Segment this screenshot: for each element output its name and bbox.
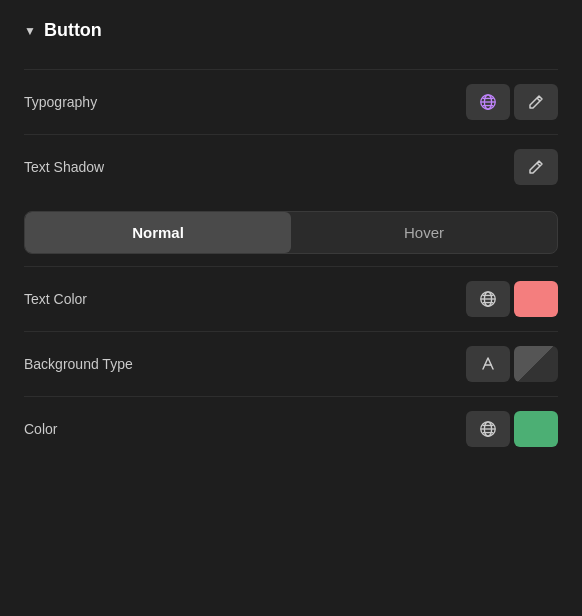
text-color-global-button[interactable]	[466, 281, 510, 317]
color-global-button[interactable]	[466, 411, 510, 447]
background-type-controls	[466, 346, 558, 382]
svg-line-5	[537, 98, 540, 101]
hover-tab[interactable]: Hover	[291, 212, 557, 253]
text-shadow-label: Text Shadow	[24, 159, 104, 175]
normal-hover-toggle: Normal Hover	[24, 211, 558, 254]
normal-hover-toggle-container: Normal Hover	[24, 199, 558, 266]
edit-icon-shadow	[528, 159, 544, 175]
globe-icon-color	[479, 420, 497, 438]
background-type-gradient-swatch[interactable]	[514, 346, 558, 382]
text-color-swatch[interactable]	[514, 281, 558, 317]
edit-icon	[528, 94, 544, 110]
section-header: ▼ Button	[24, 20, 558, 41]
paint-icon	[479, 355, 497, 373]
typography-row: Typography	[24, 69, 558, 134]
text-shadow-controls	[514, 149, 558, 185]
text-shadow-row: Text Shadow	[24, 134, 558, 199]
background-type-label: Background Type	[24, 356, 133, 372]
section-title: Button	[44, 20, 102, 41]
color-swatch[interactable]	[514, 411, 558, 447]
typography-label: Typography	[24, 94, 97, 110]
text-color-controls	[466, 281, 558, 317]
globe-icon	[479, 93, 497, 111]
text-shadow-edit-button[interactable]	[514, 149, 558, 185]
text-color-row: Text Color	[24, 266, 558, 331]
color-label: Color	[24, 421, 57, 437]
normal-tab[interactable]: Normal	[25, 212, 291, 253]
typography-global-button[interactable]	[466, 84, 510, 120]
text-color-label: Text Color	[24, 291, 87, 307]
svg-line-6	[537, 163, 540, 166]
background-type-paint-button[interactable]	[466, 346, 510, 382]
typography-controls	[466, 84, 558, 120]
color-controls	[466, 411, 558, 447]
typography-edit-button[interactable]	[514, 84, 558, 120]
color-row: Color	[24, 396, 558, 461]
background-type-row: Background Type	[24, 331, 558, 396]
chevron-icon[interactable]: ▼	[24, 24, 36, 38]
globe-icon-text-color	[479, 290, 497, 308]
